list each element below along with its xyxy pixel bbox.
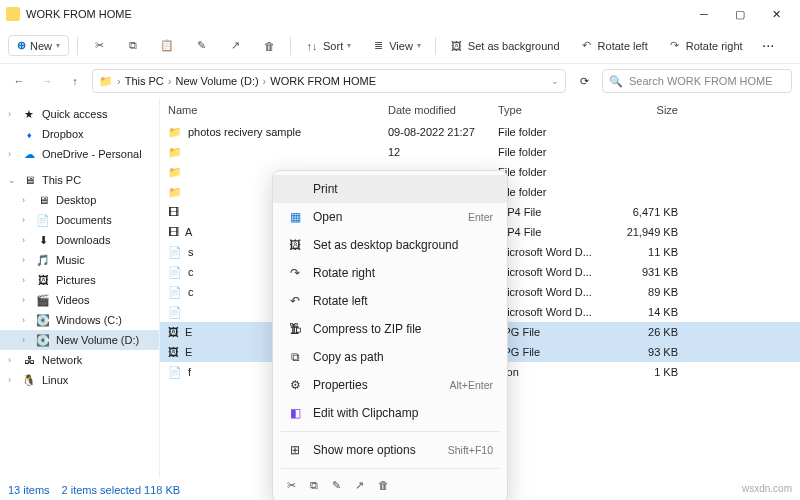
chevron-right-icon: › [117,75,121,87]
paste-button[interactable]: 📋 [154,35,180,57]
rotate-left-button[interactable]: ↶Rotate left [574,35,654,57]
set-bg-label: Set as background [468,40,560,52]
rename-button[interactable]: ✎ [188,35,214,57]
drive-icon: 💽 [36,333,50,347]
rotate-right-icon: ↷ [287,265,303,281]
cell-type: MP4 File [498,206,608,218]
ctx-label: Show more options [313,443,416,457]
up-button[interactable]: ↑ [64,70,86,92]
cell-size: 89 KB [608,286,678,298]
view-button[interactable]: ≣View▾ [365,35,427,57]
ctx-compress[interactable]: 🗜Compress to ZIP file [273,315,507,343]
ctx-show-more[interactable]: ⊞Show more optionsShift+F10 [273,436,507,464]
back-button[interactable]: ← [8,70,30,92]
share-icon: ↗ [228,39,242,53]
ctx-print[interactable]: Print [273,175,507,203]
ctx-label: Rotate right [313,266,375,280]
cell-type: Icon [498,366,608,378]
forward-button[interactable]: → [36,70,58,92]
table-row[interactable]: 📁12File folder [160,142,800,162]
chevron-right-icon: › [263,75,267,87]
file-icon: 📁 [168,146,182,158]
pictures-icon: 🖼 [36,273,50,287]
cell-size: 6,471 KB [608,206,678,218]
sidebar-item-downloads[interactable]: ›⬇Downloads [0,230,159,250]
sidebar-item-this-pc[interactable]: ⌄🖥This PC [0,170,159,190]
delete-button[interactable]: 🗑 [256,35,282,57]
ctx-open[interactable]: ▦OpenEnter [273,203,507,231]
search-input[interactable]: 🔍 Search WORK FROM HOME [602,69,792,93]
separator [435,37,436,55]
rename-icon: ✎ [194,39,208,53]
maximize-button[interactable]: ▢ [722,0,758,28]
ctx-copy-path[interactable]: ⧉Copy as path [273,343,507,371]
rotate-right-button[interactable]: ↷Rotate right [662,35,749,57]
sidebar-item-dropbox[interactable]: ⬧Dropbox [0,124,159,144]
sort-button[interactable]: ↑↓Sort▾ [299,35,357,57]
clipchamp-icon: ◧ [287,405,303,421]
crumb-folder[interactable]: WORK FROM HOME [270,75,376,87]
music-icon: 🎵 [36,253,50,267]
file-icon: 📁 [168,126,182,138]
drive-icon: 💽 [36,313,50,327]
window-title: WORK FROM HOME [26,8,686,20]
sidebar-item-network[interactable]: ›🖧Network [0,350,159,370]
desktop-icon: 🖥 [36,193,50,207]
ctx-label: Open [313,210,342,224]
sidebar-label: Dropbox [42,128,84,140]
ctx-set-background[interactable]: 🖼Set as desktop background [273,231,507,259]
sidebar-item-quick-access[interactable]: ›★Quick access [0,104,159,124]
cell-date: 12 [388,146,498,158]
background-icon: 🖼 [450,39,464,53]
star-icon: ★ [22,107,36,121]
sidebar-item-music[interactable]: ›🎵Music [0,250,159,270]
new-button[interactable]: ⊕ New ▾ [8,35,69,56]
sidebar-label: Windows (C:) [56,314,122,326]
address-bar[interactable]: 📁 › This PC › New Volume (D:) › WORK FRO… [92,69,566,93]
sidebar-item-desktop[interactable]: ›🖥Desktop [0,190,159,210]
delete-icon[interactable]: 🗑 [378,479,389,492]
close-button[interactable]: ✕ [758,0,794,28]
zip-icon: 🗜 [287,321,303,337]
sidebar-item-windows-c[interactable]: ›💽Windows (C:) [0,310,159,330]
crumb-this-pc[interactable]: This PC [125,75,164,87]
sidebar-item-pictures[interactable]: ›🖼Pictures [0,270,159,290]
sidebar-item-videos[interactable]: ›🎬Videos [0,290,159,310]
downloads-icon: ⬇ [36,233,50,247]
col-type[interactable]: Type [498,104,608,116]
col-name[interactable]: Name [168,104,388,116]
col-size[interactable]: Size [608,104,678,116]
table-row[interactable]: 📁photos recivery sample09-08-2022 21:27F… [160,122,800,142]
sidebar-item-linux[interactable]: ›🐧Linux [0,370,159,390]
col-date[interactable]: Date modified [388,104,498,116]
rename-icon[interactable]: ✎ [332,479,341,492]
ctx-label: Properties [313,378,368,392]
share-icon[interactable]: ↗ [355,479,364,492]
separator [281,431,499,432]
set-background-button[interactable]: 🖼Set as background [444,35,566,57]
sidebar-item-new-volume-d[interactable]: ›💽New Volume (D:) [0,330,159,350]
new-label: New [30,40,52,52]
share-button[interactable]: ↗ [222,35,248,57]
crumb-volume[interactable]: New Volume (D:) [175,75,258,87]
separator [77,37,78,55]
sidebar-label: OneDrive - Personal [42,148,142,160]
copy-button[interactable]: ⧉ [120,35,146,57]
file-icon: 🎞 [168,206,179,218]
cut-icon[interactable]: ✂ [287,479,296,492]
ctx-clipchamp[interactable]: ◧Edit with Clipchamp [273,399,507,427]
minimize-button[interactable]: ─ [686,0,722,28]
file-icon: 🎞 [168,226,179,238]
ctx-rotate-right[interactable]: ↷Rotate right [273,259,507,287]
refresh-button[interactable]: ⟳ [572,69,596,93]
chevron-down-icon[interactable]: ⌄ [551,76,559,86]
copy-icon: ⧉ [126,39,140,53]
cut-button[interactable]: ✂ [86,35,112,57]
ctx-rotate-left[interactable]: ↶Rotate left [273,287,507,315]
copy-icon[interactable]: ⧉ [310,479,318,492]
ctx-properties[interactable]: ⚙PropertiesAlt+Enter [273,371,507,399]
sidebar-label: New Volume (D:) [56,334,139,346]
sidebar-item-documents[interactable]: ›📄Documents [0,210,159,230]
sidebar-item-onedrive[interactable]: ›☁OneDrive - Personal [0,144,159,164]
more-button[interactable]: ··· [757,36,781,56]
